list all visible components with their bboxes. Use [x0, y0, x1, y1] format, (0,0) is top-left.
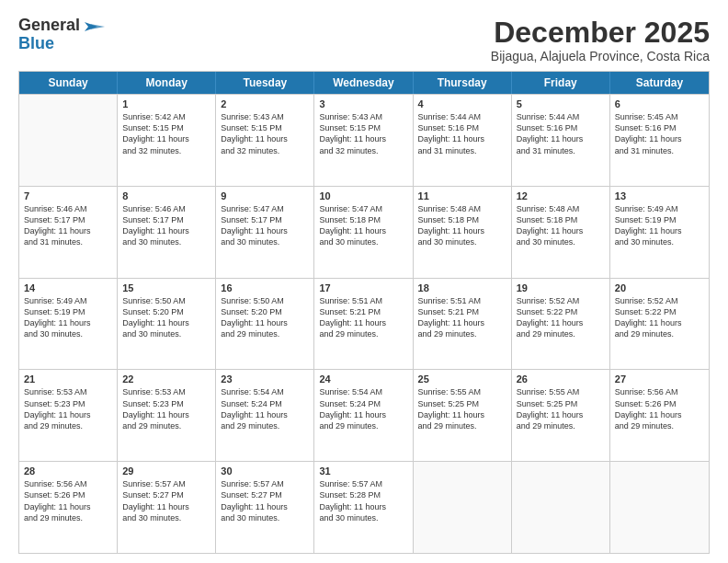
cell-text: Sunrise: 5:43 AM Sunset: 5:15 PM Dayligh…	[319, 111, 407, 156]
logo-bird-icon	[85, 18, 105, 35]
calendar-cell: 10Sunrise: 5:47 AM Sunset: 5:18 PM Dayli…	[314, 187, 413, 278]
calendar-cell: 3Sunrise: 5:43 AM Sunset: 5:15 PM Daylig…	[314, 95, 413, 186]
cell-text: Sunrise: 5:46 AM Sunset: 5:17 PM Dayligh…	[24, 203, 112, 248]
day-number: 14	[24, 282, 112, 293]
calendar-week-row: 28Sunrise: 5:56 AM Sunset: 5:26 PM Dayli…	[19, 461, 709, 553]
day-number: 9	[221, 190, 309, 201]
calendar-header-cell: Saturday	[610, 72, 709, 94]
calendar-cell: 17Sunrise: 5:51 AM Sunset: 5:21 PM Dayli…	[314, 279, 413, 370]
cell-text: Sunrise: 5:50 AM Sunset: 5:20 PM Dayligh…	[221, 295, 309, 340]
cell-text: Sunrise: 5:55 AM Sunset: 5:25 PM Dayligh…	[418, 386, 506, 431]
title-block: December 2025 Bijagua, Alajuela Province…	[491, 17, 710, 63]
calendar-cell: 26Sunrise: 5:55 AM Sunset: 5:25 PM Dayli…	[512, 370, 610, 461]
calendar-header-cell: Thursday	[414, 72, 512, 94]
calendar-cell: 24Sunrise: 5:54 AM Sunset: 5:24 PM Dayli…	[314, 370, 413, 461]
calendar-cell: 31Sunrise: 5:57 AM Sunset: 5:28 PM Dayli…	[314, 462, 413, 553]
day-number: 8	[122, 190, 210, 201]
cell-text: Sunrise: 5:43 AM Sunset: 5:15 PM Dayligh…	[221, 111, 309, 156]
calendar-week-row: 7Sunrise: 5:46 AM Sunset: 5:17 PM Daylig…	[19, 186, 709, 278]
calendar-week-row: 21Sunrise: 5:53 AM Sunset: 5:23 PM Dayli…	[19, 369, 709, 461]
cell-text: Sunrise: 5:42 AM Sunset: 5:15 PM Dayligh…	[122, 111, 210, 156]
cell-text: Sunrise: 5:47 AM Sunset: 5:17 PM Dayligh…	[221, 203, 309, 248]
calendar-cell: 11Sunrise: 5:48 AM Sunset: 5:18 PM Dayli…	[414, 187, 512, 278]
calendar-cell	[512, 462, 610, 553]
cell-text: Sunrise: 5:57 AM Sunset: 5:27 PM Dayligh…	[221, 478, 309, 523]
month-title: December 2025	[491, 17, 710, 49]
calendar-cell: 13Sunrise: 5:49 AM Sunset: 5:19 PM Dayli…	[610, 187, 709, 278]
cell-text: Sunrise: 5:53 AM Sunset: 5:23 PM Dayligh…	[24, 386, 112, 431]
calendar-cell: 12Sunrise: 5:48 AM Sunset: 5:18 PM Dayli…	[512, 187, 610, 278]
cell-text: Sunrise: 5:49 AM Sunset: 5:19 PM Dayligh…	[24, 295, 112, 340]
calendar-cell: 4Sunrise: 5:44 AM Sunset: 5:16 PM Daylig…	[414, 95, 512, 186]
day-number: 29	[122, 465, 210, 477]
calendar-cell: 1Sunrise: 5:42 AM Sunset: 5:15 PM Daylig…	[118, 95, 216, 186]
day-number: 24	[319, 373, 407, 385]
cell-text: Sunrise: 5:48 AM Sunset: 5:18 PM Dayligh…	[418, 203, 506, 248]
day-number: 11	[418, 190, 506, 201]
day-number: 5	[517, 98, 605, 109]
calendar-header-cell: Sunday	[19, 72, 118, 94]
calendar-header: SundayMondayTuesdayWednesdayThursdayFrid…	[19, 72, 709, 94]
calendar-cell: 22Sunrise: 5:53 AM Sunset: 5:23 PM Dayli…	[118, 370, 216, 461]
calendar-cell: 25Sunrise: 5:55 AM Sunset: 5:25 PM Dayli…	[414, 370, 512, 461]
day-number: 30	[221, 465, 309, 477]
cell-text: Sunrise: 5:57 AM Sunset: 5:27 PM Dayligh…	[122, 478, 210, 523]
day-number: 3	[319, 98, 407, 109]
day-number: 20	[615, 282, 704, 293]
day-number: 1	[122, 98, 210, 109]
calendar-header-cell: Monday	[118, 72, 216, 94]
calendar-cell: 15Sunrise: 5:50 AM Sunset: 5:20 PM Dayli…	[118, 279, 216, 370]
calendar-header-cell: Tuesday	[216, 72, 314, 94]
day-number: 17	[319, 282, 407, 293]
day-number: 6	[615, 98, 704, 109]
logo-blue-text: Blue	[18, 35, 54, 53]
cell-text: Sunrise: 5:44 AM Sunset: 5:16 PM Dayligh…	[418, 111, 506, 156]
day-number: 23	[221, 373, 309, 385]
cell-text: Sunrise: 5:49 AM Sunset: 5:19 PM Dayligh…	[615, 203, 704, 248]
calendar-cell: 28Sunrise: 5:56 AM Sunset: 5:26 PM Dayli…	[19, 462, 118, 553]
calendar-body: 1Sunrise: 5:42 AM Sunset: 5:15 PM Daylig…	[19, 94, 709, 553]
day-number: 28	[24, 465, 112, 477]
calendar-cell: 20Sunrise: 5:52 AM Sunset: 5:22 PM Dayli…	[610, 279, 709, 370]
day-number: 10	[319, 190, 407, 201]
day-number: 12	[517, 190, 605, 201]
day-number: 25	[418, 373, 506, 385]
day-number: 18	[418, 282, 506, 293]
calendar-cell	[19, 95, 118, 186]
day-number: 2	[221, 98, 309, 109]
cell-text: Sunrise: 5:50 AM Sunset: 5:20 PM Dayligh…	[122, 295, 210, 340]
day-number: 21	[24, 373, 112, 385]
cell-text: Sunrise: 5:47 AM Sunset: 5:18 PM Dayligh…	[319, 203, 407, 248]
calendar-cell: 9Sunrise: 5:47 AM Sunset: 5:17 PM Daylig…	[216, 187, 314, 278]
cell-text: Sunrise: 5:53 AM Sunset: 5:23 PM Dayligh…	[122, 386, 210, 431]
calendar-cell: 21Sunrise: 5:53 AM Sunset: 5:23 PM Dayli…	[19, 370, 118, 461]
calendar-header-cell: Friday	[512, 72, 610, 94]
cell-text: Sunrise: 5:57 AM Sunset: 5:28 PM Dayligh…	[319, 478, 407, 523]
day-number: 7	[24, 190, 112, 201]
cell-text: Sunrise: 5:51 AM Sunset: 5:21 PM Dayligh…	[418, 295, 506, 340]
calendar-cell: 2Sunrise: 5:43 AM Sunset: 5:15 PM Daylig…	[216, 95, 314, 186]
calendar-cell: 29Sunrise: 5:57 AM Sunset: 5:27 PM Dayli…	[118, 462, 216, 553]
calendar-week-row: 1Sunrise: 5:42 AM Sunset: 5:15 PM Daylig…	[19, 94, 709, 186]
cell-text: Sunrise: 5:48 AM Sunset: 5:18 PM Dayligh…	[517, 203, 605, 248]
calendar-cell: 14Sunrise: 5:49 AM Sunset: 5:19 PM Dayli…	[19, 279, 118, 370]
day-number: 31	[319, 465, 407, 477]
cell-text: Sunrise: 5:52 AM Sunset: 5:22 PM Dayligh…	[615, 295, 704, 340]
calendar-cell: 7Sunrise: 5:46 AM Sunset: 5:17 PM Daylig…	[19, 187, 118, 278]
cell-text: Sunrise: 5:52 AM Sunset: 5:22 PM Dayligh…	[517, 295, 605, 340]
calendar-cell: 27Sunrise: 5:56 AM Sunset: 5:26 PM Dayli…	[610, 370, 709, 461]
calendar-cell: 16Sunrise: 5:50 AM Sunset: 5:20 PM Dayli…	[216, 279, 314, 370]
calendar-cell	[414, 462, 512, 553]
logo-general-text: General	[18, 17, 80, 35]
day-number: 16	[221, 282, 309, 293]
calendar-cell: 8Sunrise: 5:46 AM Sunset: 5:17 PM Daylig…	[118, 187, 216, 278]
cell-text: Sunrise: 5:55 AM Sunset: 5:25 PM Dayligh…	[517, 386, 605, 431]
day-number: 19	[517, 282, 605, 293]
calendar-cell: 6Sunrise: 5:45 AM Sunset: 5:16 PM Daylig…	[610, 95, 709, 186]
calendar-week-row: 14Sunrise: 5:49 AM Sunset: 5:19 PM Dayli…	[19, 278, 709, 370]
day-number: 26	[517, 373, 605, 385]
day-number: 22	[122, 373, 210, 385]
cell-text: Sunrise: 5:56 AM Sunset: 5:26 PM Dayligh…	[615, 386, 704, 431]
calendar-header-cell: Wednesday	[314, 72, 413, 94]
calendar: SundayMondayTuesdayWednesdayThursdayFrid…	[18, 71, 710, 554]
